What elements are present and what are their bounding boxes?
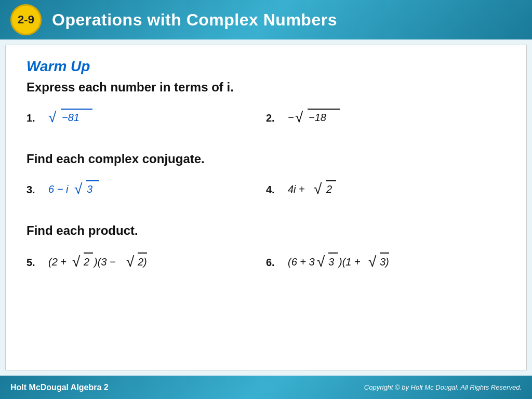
svg-text:√: √ [74,181,83,197]
svg-text:)(3 −: )(3 − [93,256,116,268]
content-card: Warm Up Express each number in terms of … [5,45,527,370]
svg-text:(6 + 3: (6 + 3 [288,256,315,268]
header-title: Operations with Complex Numbers [52,10,337,30]
svg-text:−81: −81 [62,112,79,123]
sqrt-neg81-svg: √ −81 [48,107,95,126]
warm-up-title: Warm Up [26,58,506,75]
problem-5-num: 5. [26,257,42,269]
svg-text:6 − i: 6 − i [48,183,69,195]
problem-5-expr: (2 + √ 2 )(3 − √ 2) [48,250,183,275]
problem-3-expr: 6 − i √ 3 [48,178,111,201]
problem-3: 3. 6 − i √ 3 [26,178,266,201]
footer: Holt McDougal Algebra 2 Copyright © by H… [0,376,532,399]
svg-text:√: √ [72,254,81,270]
p5-svg: (2 + √ 2 )(3 − √ 2) [48,250,183,272]
header: 2-9 Operations with Complex Numbers [0,0,532,39]
problem-2-num: 2. [266,112,282,124]
problem-2: 2. − √ −18 [266,107,506,129]
svg-text:3: 3 [328,256,334,268]
problem-1-num: 1. [26,112,42,124]
section1-heading: Express each number in terms of i. [26,80,506,95]
footer-left-text: Holt McDougal Algebra 2 [10,383,109,392]
lesson-badge: 2-9 [10,4,42,35]
svg-text:√: √ [368,254,377,270]
section2-heading: Find each complex conjugate. [26,152,506,166]
problem-4-expr: 4i + √ 2 [288,178,348,201]
svg-text:√: √ [314,181,322,197]
4i-sqrt2-svg: 4i + √ 2 [288,178,348,198]
problem-6-expr: (6 + 3 √ 3 )(1 + √ 3) [288,250,438,275]
svg-text:2): 2) [137,256,147,268]
svg-text:)(1 +: )(1 + [338,256,361,268]
svg-text:3): 3) [380,256,389,268]
svg-text:3: 3 [87,183,92,195]
section3-problems-row: 5. (2 + √ 2 )(3 − √ 2) [26,250,506,275]
svg-text:2: 2 [83,256,89,268]
neg-sqrt-neg18-svg: − √ −18 [288,107,342,126]
section3-heading: Find each product. [26,223,506,238]
problem-5: 5. (2 + √ 2 )(3 − √ 2) [26,250,266,275]
footer-right-text: Copyright © by Holt Mc Dougal. All Right… [364,383,522,391]
problem-6-num: 6. [266,257,282,269]
main-content: Warm Up Express each number in terms of … [0,39,532,376]
svg-text:√: √ [48,109,57,125]
problem-3-num: 3. [26,184,42,196]
problem-4-num: 4. [266,184,282,196]
section1-problems-row: 1. √ −81 2. [26,107,506,129]
problem-1: 1. √ −81 [26,107,266,129]
problem-1-expr: √ −81 [48,107,95,129]
svg-text:√: √ [295,109,303,125]
svg-text:√: √ [317,254,325,270]
problem-2-expr: − √ −18 [288,107,342,129]
problem-4: 4. 4i + √ 2 [266,178,506,201]
6-i-sqrt3-svg: 6 − i √ 3 [48,178,111,198]
svg-text:(2 +: (2 + [48,256,66,268]
svg-text:4i +: 4i + [288,183,305,195]
section2-problems-row: 3. 6 − i √ 3 4. 4i + [26,178,506,201]
p6-svg: (6 + 3 √ 3 )(1 + √ 3) [288,250,438,272]
svg-text:−18: −18 [309,112,326,123]
svg-text:−: − [288,112,294,123]
badge-text: 2-9 [18,13,34,26]
svg-text:2: 2 [326,183,332,195]
svg-text:√: √ [126,254,135,270]
problem-6: 6. (6 + 3 √ 3 )(1 + √ 3) [266,250,506,275]
